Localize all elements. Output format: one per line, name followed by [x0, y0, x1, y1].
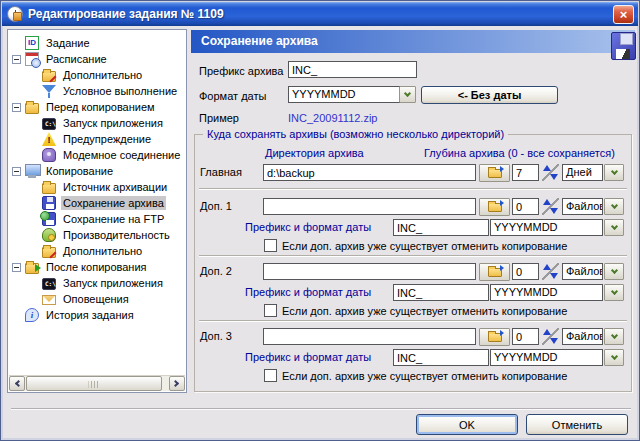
tree-item-kopirovanie[interactable]: Копирование [9, 163, 185, 179]
extra1-directory-input[interactable] [263, 198, 476, 215]
cancel-button[interactable]: Отменить [526, 414, 628, 435]
extra-row-label: Доп. 1 [200, 200, 232, 212]
filter-icon [42, 84, 56, 98]
main-unit-combo[interactable]: Дней [562, 164, 603, 181]
extra2-depth-input[interactable] [512, 263, 539, 280]
extra3-prefix-input[interactable] [393, 349, 489, 366]
browse-folder-icon [488, 333, 502, 342]
extra1-browse-button[interactable] [479, 198, 510, 216]
tree-item-dopolnitelno-1[interactable]: Дополнительно [9, 67, 185, 83]
collapse-minus-icon[interactable] [12, 263, 21, 272]
tree-item-posle-kopirovaniya[interactable]: После копирования [9, 259, 185, 275]
extra3-depth-spinner[interactable] [542, 328, 559, 345]
main-depth-input[interactable] [512, 164, 539, 181]
extra2-depth-spinner[interactable] [542, 263, 559, 280]
extra-destination-1: Доп. 1 Файлов Префикс и формат даты YYYY… [195, 198, 631, 254]
extra2-cancel-if-exists-checkbox[interactable] [264, 304, 277, 317]
chevron-down-icon [404, 89, 411, 96]
tree-item-label: История задания [44, 308, 136, 322]
extra2-unit-combo[interactable]: Файлов [562, 263, 603, 280]
tree-item-proizvoditelnost[interactable]: Производительность [9, 227, 185, 243]
groupbox-title: Куда сохранять архивы (возможно нескольк… [203, 128, 508, 140]
ftp-floppy-globe-icon [42, 212, 56, 226]
scroll-right-button[interactable] [169, 376, 185, 391]
extra2-format-dropdown-button[interactable] [604, 284, 624, 301]
tree-item-opoveshcheniya[interactable]: Оповещения [9, 291, 185, 307]
main-row-label: Главная [200, 166, 242, 178]
tree-item-istoriya-zadaniya[interactable]: История задания [9, 307, 185, 323]
collapse-minus-icon[interactable] [12, 55, 21, 64]
mail-icon [42, 295, 56, 305]
main-browse-button[interactable] [479, 164, 510, 182]
window-title: Редактирование задания № 1109 [28, 7, 224, 21]
extra3-cancel-if-exists-checkbox[interactable] [264, 369, 277, 382]
no-date-button[interactable]: <- Без даты [421, 86, 558, 104]
extra1-prefix-input[interactable] [393, 219, 489, 236]
tree-item-zadanie[interactable]: Задание [9, 35, 185, 51]
extra3-unit-dropdown-button[interactable] [604, 328, 624, 345]
tree-item-pered-kopirovaniem[interactable]: Перед копированием [9, 99, 185, 115]
chevron-down-icon [610, 167, 617, 174]
collapse-minus-icon[interactable] [12, 103, 21, 112]
extra2-unit-dropdown-button[interactable] [604, 263, 624, 280]
info-icon [25, 308, 39, 322]
extra1-format-combo[interactable]: YYYYMMDD [490, 219, 603, 236]
extra1-unit-combo[interactable]: Файлов [562, 198, 603, 215]
arrow-right-icon [172, 380, 179, 387]
title-bar[interactable]: Редактирование задания № 1109 [2, 2, 638, 26]
tree-item-uslovnoe-vypolnenie[interactable]: Условное выполнение [9, 83, 185, 99]
extra1-depth-spinner[interactable] [542, 198, 559, 215]
tree-item-sokhranenie-na-ftp[interactable]: Сохранение на FTP [9, 211, 185, 227]
main-depth-spinner[interactable] [542, 164, 559, 181]
tree-item-label: Перед копированием [44, 100, 157, 114]
extra1-depth-input[interactable] [512, 198, 539, 215]
tree-item-istochnik-arkhivatsii[interactable]: Источник архивации [9, 179, 185, 195]
collapse-minus-icon[interactable] [12, 167, 21, 176]
tree-item-raspisanie[interactable]: Расписание [9, 51, 185, 67]
tree-item-label: Источник архивации [61, 180, 169, 194]
tree-item-label: Условное выполнение [61, 84, 179, 98]
extra-destination-3: Доп. 3 Файлов Префикс и формат даты YYYY… [195, 328, 631, 384]
tree-item-label: Дополнительно [61, 68, 144, 82]
tree-item-label: Предупреждение [61, 132, 153, 146]
extra2-format-combo[interactable]: YYYYMMDD [490, 284, 603, 301]
tree-item-zapusk-prilozheniya-2[interactable]: Запуск приложения [9, 275, 185, 291]
archive-prefix-input[interactable] [288, 61, 417, 78]
folder-edit-icon [42, 71, 56, 82]
extra3-format-dropdown-button[interactable] [604, 349, 624, 366]
extra2-directory-input[interactable] [263, 263, 476, 280]
extra1-cancel-if-exists-checkbox[interactable] [264, 239, 277, 252]
tree-item-label: Оповещения [61, 292, 131, 306]
extra3-browse-button[interactable] [479, 328, 510, 346]
tree-horizontal-scrollbar[interactable] [9, 375, 185, 391]
chevron-down-icon [610, 331, 617, 338]
date-format-dropdown-button[interactable] [399, 86, 416, 103]
scroll-left-button[interactable] [9, 376, 25, 391]
tree-item-sokhranenie-arkhiva[interactable]: Сохранение архива [9, 195, 185, 211]
main-unit-dropdown-button[interactable] [604, 164, 624, 181]
tree-item-preduprezhdenie[interactable]: Предупреждение [9, 131, 185, 147]
scrollbar-thumb[interactable] [26, 376, 162, 391]
destinations-groupbox: Куда сохранять архивы (возможно нескольк… [194, 134, 632, 392]
app-clock-icon [7, 6, 23, 22]
extra3-format-combo[interactable]: YYYYMMDD [490, 349, 603, 366]
main-directory-input[interactable] [263, 164, 476, 181]
tree-item-zapusk-prilozheniya-1[interactable]: Запуск приложения [9, 115, 185, 131]
ok-button[interactable]: OK [416, 414, 518, 435]
floppy-icon [42, 196, 56, 210]
extra-row-label: Доп. 2 [200, 265, 232, 277]
main-destination-row: Главная Дней [195, 164, 631, 184]
tree-item-dopolnitelno-2[interactable]: Дополнительно [9, 243, 185, 259]
extra1-unit-dropdown-button[interactable] [604, 198, 624, 215]
date-format-combo[interactable]: YYYYMMDD [288, 86, 400, 103]
folder-icon [25, 103, 39, 114]
separator [199, 188, 627, 190]
extra3-unit-combo[interactable]: Файлов [562, 328, 603, 345]
close-button[interactable] [613, 5, 634, 24]
tree-item-modemnoe-soedinenie[interactable]: Модемное соединение [9, 147, 185, 163]
extra2-prefix-input[interactable] [393, 284, 489, 301]
extra2-browse-button[interactable] [479, 263, 510, 281]
extra3-directory-input[interactable] [263, 328, 476, 345]
extra1-format-dropdown-button[interactable] [604, 219, 624, 236]
extra3-depth-input[interactable] [512, 328, 539, 345]
